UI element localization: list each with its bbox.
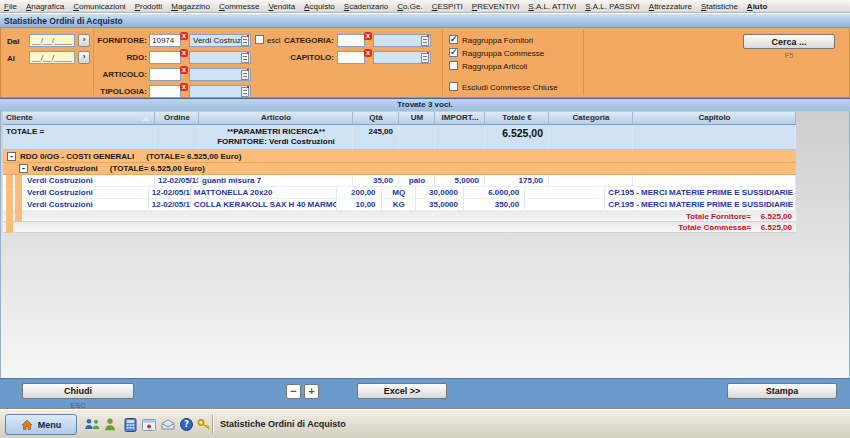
collapse-icon[interactable]: - [7, 152, 16, 161]
dal-date-input[interactable]: __/__/____ [29, 34, 75, 47]
raggruppa-fornitori-label: Raggruppa Fornitori [462, 36, 533, 45]
list-icon[interactable] [241, 36, 249, 46]
column-header-cliente[interactable]: Cliente [3, 112, 155, 124]
dal-date-picker-button[interactable]: › [78, 34, 90, 47]
group-row-rdo[interactable]: - RDO 0/OG - COSTI GENERALI (TOTALE= 6.5… [3, 150, 796, 163]
key-icon[interactable] [196, 417, 212, 432]
menu-item-acquisto[interactable]: Acquisto [304, 2, 335, 11]
articolo-code-input[interactable] [149, 68, 181, 81]
fornitore-code-input[interactable]: 10974 [149, 34, 181, 47]
dal-label: Dal [7, 37, 19, 46]
column-header-importo[interactable]: IMPORT... [435, 112, 485, 124]
table-row[interactable]: Verdi Costruzioni 12-02/05/11 MATTONELLA… [3, 187, 796, 199]
menu-item-attrezzature[interactable]: Attrezzature [649, 2, 692, 11]
menu-item-preventivi[interactable]: PREVENTIVI [472, 2, 520, 11]
raggruppa-commesse-checkbox[interactable] [449, 48, 458, 57]
stampa-button[interactable]: Stampa [727, 383, 837, 399]
menu-button-label: Menu [38, 420, 62, 430]
capitolo-name-field[interactable] [373, 51, 431, 64]
summary-fornitore: FORNITORE: Verdi Costruzioni [217, 137, 335, 147]
table-row[interactable]: Verdi Costruzioni 12-02/05/11 guanti mis… [3, 175, 796, 187]
clear-icon[interactable]: x [180, 66, 188, 74]
menu-bar: File Anagrafica Comunicazioni Prodotti M… [0, 0, 850, 13]
column-header-ordine[interactable]: Ordine [155, 112, 199, 124]
capitolo-code-input[interactable] [337, 51, 365, 64]
calculator-icon[interactable] [122, 417, 138, 432]
escludi-commesse-chiuse-label: Escludi Commesse Chiuse [462, 83, 558, 92]
active-window-status: Statistiche Ordini di Acquisto [220, 409, 346, 438]
menu-item-file[interactable]: File [4, 2, 17, 11]
clear-icon[interactable]: x [180, 32, 188, 40]
expand-all-button[interactable]: + [304, 384, 319, 399]
raggruppa-articoli-checkbox[interactable] [449, 61, 458, 70]
help-icon[interactable]: ? [178, 417, 194, 432]
list-icon[interactable] [421, 53, 429, 63]
raggruppa-fornitori-checkbox[interactable] [449, 35, 458, 44]
menu-item-comunicazioni[interactable]: Comunicazioni [73, 2, 125, 11]
list-icon[interactable] [241, 70, 249, 80]
menu-item-statistiche[interactable]: Statistiche [701, 2, 738, 11]
list-icon[interactable] [241, 87, 249, 97]
column-header-categoria[interactable]: Categoria [549, 112, 633, 124]
group-total: (TOTALE= 6.525,00 Euro) [110, 164, 205, 173]
results-area: Cliente Ordine Articolo Qtà UM IMPORT...… [0, 111, 850, 378]
column-header-qta[interactable]: Qtà [353, 112, 399, 124]
menu-item-commesse[interactable]: Commesse [219, 2, 259, 11]
column-header-articolo[interactable]: Articolo [199, 112, 353, 124]
al-date-input[interactable]: __/__/____ [29, 51, 75, 64]
column-header-um[interactable]: UM [399, 112, 435, 124]
menu-item-aiuto[interactable]: Aiuto [747, 2, 767, 11]
articolo-name-field[interactable] [189, 68, 251, 81]
fornitore-name-field[interactable]: Verdi Costruzioni [189, 34, 251, 47]
mail-icon[interactable] [160, 417, 176, 432]
cerca-button[interactable]: Cerca ... [743, 34, 835, 49]
users-icon[interactable] [83, 417, 102, 432]
menu-item-anagrafica[interactable]: Anagrafica [26, 2, 64, 11]
menu-item-vendita[interactable]: Vendita [268, 2, 295, 11]
menu-item-coge[interactable]: Co.Ge. [397, 2, 422, 11]
column-header-capitolo[interactable]: Capitolo [633, 112, 796, 124]
table-row[interactable]: Verdi Costruzioni 12-02/05/11 COLLA KERA… [3, 199, 796, 211]
menu-item-scadenzario[interactable]: Scadenzario [344, 2, 388, 11]
column-header-totale[interactable]: Totale € [485, 112, 549, 124]
user-icon[interactable] [102, 417, 118, 432]
fornitore-label: FORNITORE: [93, 36, 147, 45]
collapse-icon[interactable]: - [19, 164, 28, 173]
capitolo-label: CAPITOLO: [282, 53, 334, 62]
categoria-code-input[interactable] [337, 34, 365, 47]
summary-row[interactable]: TOTALE = **PARAMETRI RICERCA** FORNITORE… [3, 125, 796, 150]
grid-header-row: Cliente Ordine Articolo Qtà UM IMPORT...… [3, 112, 796, 125]
rdo-name-field[interactable] [189, 51, 251, 64]
clear-icon[interactable]: x [180, 49, 188, 57]
escl-checkbox[interactable] [255, 35, 264, 44]
window-title: Statistiche Ordini di Acquisto [0, 13, 850, 27]
list-icon[interactable] [421, 36, 429, 46]
categoria-label: CATEGORIA: [282, 36, 334, 45]
tipologia-name-field[interactable] [189, 85, 251, 98]
clear-icon[interactable]: x [180, 83, 188, 91]
menu-item-sal-passivi[interactable]: S.A.L. PASSIVI [585, 2, 640, 11]
menu-item-prodotti[interactable]: Prodotti [135, 2, 163, 11]
totale-commessa-label: Totale Commessa= [678, 223, 751, 232]
excel-export-button[interactable]: Excel >> [357, 383, 447, 399]
fornitore-name-value: Verdi Costruzioni [193, 35, 241, 46]
menu-item-sal-attivi[interactable]: S.A.L. ATTIVI [528, 2, 576, 11]
menu-item-cespiti[interactable]: CESPITI [432, 2, 463, 11]
tipologia-code-input[interactable] [149, 85, 181, 98]
chiudi-button[interactable]: Chiudi [22, 383, 134, 399]
taskbar-separator [212, 415, 213, 433]
group-row-fornitore[interactable]: - Verdi Costruzioni (TOTALE= 6.525,00 Eu… [3, 163, 796, 175]
menu-button[interactable]: Menu [5, 414, 77, 435]
al-date-picker-button[interactable]: › [78, 51, 90, 64]
collapse-all-button[interactable]: − [286, 384, 301, 399]
menu-item-magazzino[interactable]: Magazzino [171, 2, 210, 11]
clear-icon[interactable]: x [364, 49, 372, 57]
rdo-code-input[interactable] [149, 51, 181, 64]
escludi-commesse-chiuse-checkbox[interactable] [449, 82, 458, 91]
totale-fornitore-row: Totale Fornitore= 6.525,00 [3, 211, 796, 222]
tipologia-label: TIPOLOGIA: [93, 87, 147, 96]
categoria-name-field[interactable] [373, 34, 431, 47]
window-icon[interactable] [141, 417, 157, 432]
list-icon[interactable] [241, 53, 249, 63]
clear-icon[interactable]: x [364, 32, 372, 40]
